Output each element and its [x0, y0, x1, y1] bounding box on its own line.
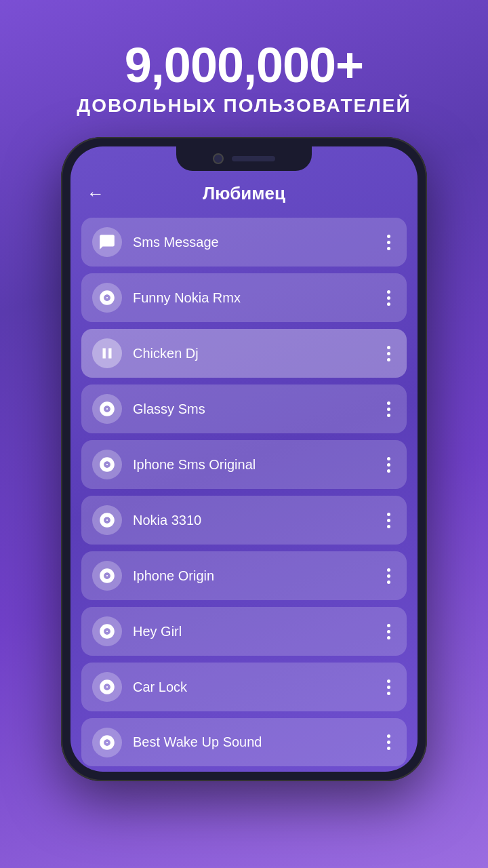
top-bar: ← Любимец — [70, 171, 418, 212]
vinyl-icon — [92, 561, 122, 591]
song-name-glassy-sms: Glassy Sms — [133, 401, 382, 417]
vinyl-icon — [92, 672, 122, 702]
more-button-nokia-3310[interactable] — [382, 510, 396, 531]
song-item-best-wake-up-sound[interactable]: Best Wake Up Sound — [81, 718, 407, 766]
vinyl-icon — [92, 283, 122, 313]
user-count: 9,000,000+ — [77, 41, 411, 90]
vinyl-icon — [92, 616, 122, 646]
vinyl-icon — [92, 728, 122, 757]
header-subtitle: ДОВОЛЬНЫХ ПОЛЬЗОВАТЕЛЕЙ — [77, 95, 411, 117]
song-item-sms-message[interactable]: Sms Message — [81, 218, 407, 267]
song-name-sms-message: Sms Message — [133, 235, 382, 250]
screen-title: Любимец — [203, 183, 285, 204]
phone-screen: ← Любимец Sms MessageFunny Nokia RmxChic… — [70, 146, 418, 772]
speaker-icon — [232, 156, 275, 161]
song-name-nokia-3310: Nokia 3310 — [133, 513, 382, 528]
vinyl-icon — [92, 394, 122, 424]
camera-icon — [213, 153, 224, 164]
song-item-iphone-origin[interactable]: Iphone Origin — [81, 551, 407, 600]
more-button-glassy-sms[interactable] — [382, 399, 396, 420]
song-item-funny-nokia-rmx[interactable]: Funny Nokia Rmx — [81, 273, 407, 322]
pause-icon — [92, 338, 122, 368]
song-name-iphone-origin: Iphone Origin — [133, 568, 382, 584]
song-item-hey-girl[interactable]: Hey Girl — [81, 607, 407, 656]
song-name-best-wake-up-sound: Best Wake Up Sound — [133, 734, 382, 750]
more-button-chicken-dj[interactable] — [382, 343, 396, 364]
message-icon — [92, 227, 122, 257]
back-button[interactable]: ← — [87, 183, 104, 204]
song-name-car-lock: Car Lock — [133, 679, 382, 695]
more-button-car-lock[interactable] — [382, 677, 396, 698]
more-button-hey-girl[interactable] — [382, 621, 396, 642]
song-name-chicken-dj: Chicken Dj — [133, 346, 382, 361]
song-item-iphone-sms-original[interactable]: Iphone Sms Original — [81, 440, 407, 489]
song-name-hey-girl: Hey Girl — [133, 624, 382, 639]
more-button-iphone-sms-original[interactable] — [382, 454, 396, 475]
more-button-sms-message[interactable] — [382, 232, 396, 253]
phone-frame: ← Любимец Sms MessageFunny Nokia RmxChic… — [61, 137, 427, 781]
vinyl-icon — [92, 505, 122, 535]
song-item-nokia-3310[interactable]: Nokia 3310 — [81, 496, 407, 545]
more-button-funny-nokia-rmx[interactable] — [382, 288, 396, 309]
song-item-car-lock[interactable]: Car Lock — [81, 663, 407, 711]
phone-mockup: ← Любимец Sms MessageFunny Nokia RmxChic… — [61, 137, 427, 781]
vinyl-icon — [92, 450, 122, 479]
phone-notch — [176, 146, 312, 171]
song-item-chicken-dj[interactable]: Chicken Dj — [81, 329, 407, 378]
promo-header: 9,000,000+ ДОВОЛЬНЫХ ПОЛЬЗОВАТЕЛЕЙ — [77, 0, 411, 137]
song-list: Sms MessageFunny Nokia RmxChicken DjGlas… — [70, 212, 418, 772]
song-name-iphone-sms-original: Iphone Sms Original — [133, 457, 382, 473]
more-button-best-wake-up-sound[interactable] — [382, 732, 396, 753]
more-button-iphone-origin[interactable] — [382, 566, 396, 587]
song-item-glassy-sms[interactable]: Glassy Sms — [81, 384, 407, 433]
screen-content: ← Любимец Sms MessageFunny Nokia RmxChic… — [70, 171, 418, 772]
song-name-funny-nokia-rmx: Funny Nokia Rmx — [133, 290, 382, 306]
